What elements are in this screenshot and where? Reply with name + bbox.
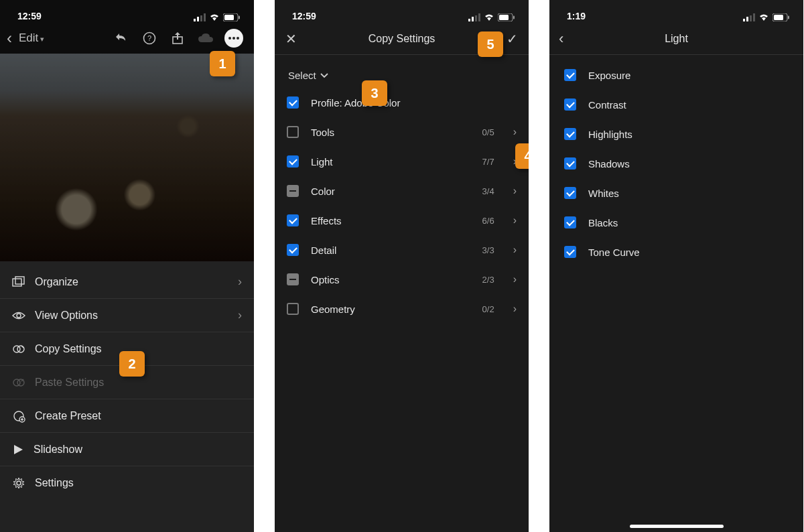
app-bar: ‹ Edit ? (0, 23, 254, 54)
setting-label: Light (311, 156, 470, 168)
light-tone-curve[interactable]: Tone Curve (549, 237, 803, 267)
preset-icon (12, 409, 25, 423)
cloud-button[interactable] (195, 27, 216, 49)
chevron-right-icon: › (513, 185, 517, 197)
chevron-down-icon (320, 73, 328, 78)
callout-5: 5 (478, 31, 503, 57)
setting-optics[interactable]: Optics 2/3 › (275, 265, 529, 294)
checkbox[interactable] (564, 216, 576, 228)
edit-dropdown[interactable]: Edit (19, 31, 44, 45)
setting-color[interactable]: Color 3/4 › (275, 176, 529, 206)
svg-rect-2 (200, 15, 202, 21)
callout-3: 3 (362, 80, 387, 106)
setting-count: 2/3 (482, 275, 494, 285)
menu-create-preset[interactable]: Create Preset (0, 399, 254, 433)
menu-organize[interactable]: Organize › (0, 265, 254, 299)
menu-settings[interactable]: Settings (0, 466, 254, 500)
setting-count: 6/6 (482, 216, 494, 226)
screen-edit-menu: 12:59 ‹ Edit ? 1 Organize (0, 0, 254, 532)
home-indicator[interactable] (630, 525, 724, 528)
setting-label: Detail (311, 245, 470, 256)
setting-geometry[interactable]: Geometry 0/2 › (275, 294, 529, 324)
light-shadows[interactable]: Shadows (549, 149, 803, 178)
svg-rect-32 (774, 15, 783, 20)
svg-rect-21 (472, 17, 474, 21)
header-title: Copy Settings (302, 33, 502, 45)
copy-icon (12, 342, 25, 356)
setting-detail[interactable]: Detail 3/3 › (275, 235, 529, 265)
light-label: Shadows (588, 158, 630, 170)
header-title: Light (579, 33, 794, 45)
light-blacks[interactable]: Blacks (549, 208, 803, 237)
checkbox[interactable] (287, 185, 299, 197)
light-contrast[interactable]: Contrast (549, 90, 803, 119)
svg-rect-10 (13, 279, 21, 286)
svg-rect-6 (239, 16, 240, 19)
setting-count: 3/4 (482, 186, 494, 196)
checkbox[interactable] (287, 303, 299, 315)
setting-effects[interactable]: Effects 6/6 › (275, 206, 529, 235)
svg-rect-22 (475, 15, 477, 21)
close-button[interactable]: ✕ (285, 31, 302, 47)
svg-rect-20 (468, 19, 470, 21)
setting-tools[interactable]: Tools 0/5 › (275, 117, 529, 147)
svg-point-14 (17, 346, 24, 352)
view-icon (12, 311, 25, 320)
checkbox[interactable] (287, 126, 299, 138)
checkbox[interactable] (564, 157, 576, 170)
checkbox[interactable] (287, 96, 299, 109)
setting-light[interactable]: Light 7/7 › (275, 147, 529, 176)
screen-copy-settings: 12:59 ✕ Copy Settings ✓ 5 Select 3 Profi… (275, 0, 529, 532)
checkbox[interactable] (564, 98, 576, 111)
chevron-right-icon: › (513, 303, 517, 315)
help-button[interactable]: ? (139, 27, 160, 49)
checkbox[interactable] (564, 128, 576, 140)
select-dropdown[interactable]: Select (275, 55, 529, 88)
light-highlights[interactable]: Highlights (549, 119, 803, 149)
back-button[interactable]: ‹ (7, 29, 12, 48)
callout-2: 2 (119, 351, 145, 377)
setting-profile[interactable]: Profile: Adobe Color (275, 88, 529, 117)
checkbox[interactable] (287, 273, 299, 285)
svg-rect-30 (753, 13, 755, 21)
paste-icon (12, 376, 25, 389)
checkbox[interactable] (564, 187, 576, 199)
action-sheet: Organize › View Options › Copy Settings … (0, 261, 254, 532)
light-label: Tone Curve (588, 247, 640, 258)
svg-rect-3 (204, 13, 206, 21)
checkbox[interactable] (287, 214, 299, 226)
status-time: 12:59 (17, 11, 42, 21)
undo-button[interactable] (111, 27, 132, 49)
menu-label: Paste Settings (35, 377, 104, 389)
checkbox[interactable] (564, 246, 576, 258)
signal-icon (194, 13, 206, 21)
photo-preview (0, 54, 254, 261)
menu-label: Copy Settings (35, 343, 102, 355)
cloud-icon (198, 33, 214, 44)
signal-icon (743, 13, 755, 21)
menu-label: Settings (35, 477, 74, 489)
select-label: Select (288, 70, 316, 81)
more-button[interactable] (223, 27, 245, 49)
svg-rect-5 (224, 15, 234, 20)
menu-slideshow[interactable]: Slideshow (0, 433, 254, 466)
checkbox[interactable] (287, 155, 299, 168)
light-exposure[interactable]: Exposure (549, 60, 803, 90)
svg-rect-0 (194, 19, 196, 21)
setting-count: 7/7 (482, 157, 494, 167)
back-button[interactable]: ‹ (559, 30, 579, 48)
share-button[interactable] (167, 27, 188, 49)
light-settings-list: Exposure Contrast Highlights Shadows Whi… (549, 55, 803, 267)
svg-point-19 (17, 481, 21, 485)
light-label: Exposure (588, 70, 630, 81)
light-label: Contrast (588, 99, 626, 111)
menu-view-options[interactable]: View Options › (0, 299, 254, 332)
svg-rect-25 (499, 15, 509, 20)
more-icon (224, 29, 243, 48)
checkbox[interactable] (564, 69, 576, 81)
checkbox[interactable] (287, 244, 299, 256)
status-bar: 12:59 (275, 0, 529, 23)
light-whites[interactable]: Whites (549, 178, 803, 208)
confirm-button[interactable]: ✓ (502, 31, 518, 47)
svg-rect-28 (746, 17, 748, 21)
